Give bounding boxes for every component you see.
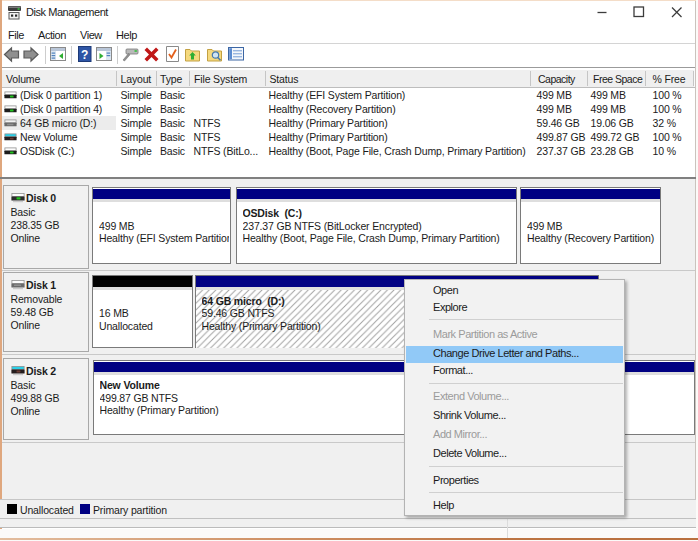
svg-text:?: ? [81, 48, 88, 62]
